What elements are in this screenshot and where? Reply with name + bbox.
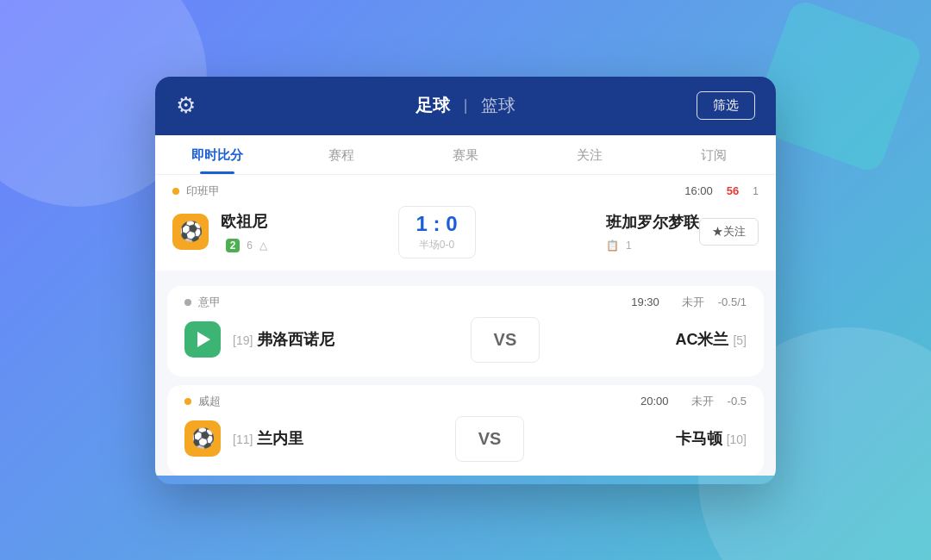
live-league-row: 印班甲 16:00 56 1 bbox=[172, 184, 759, 199]
match2-home-rank: [19] bbox=[233, 333, 253, 347]
match-teams: 欧祖尼 2 6 △ 1 : 0 半场0-0 班加罗尔梦联 bbox=[221, 206, 699, 258]
match2-teams: [19] 弗洛西诺尼 VS AC米兰 [5] bbox=[233, 317, 747, 363]
match2-status: 未开 bbox=[682, 295, 704, 310]
away-stats-row: 📋 1 bbox=[606, 240, 632, 252]
upcoming-match-card-2: 威超 20:00 未开 -0.5 ⚽ [11] 兰内里 bbox=[167, 385, 764, 476]
match3-away-name: 卡马顿 [10] bbox=[676, 428, 747, 449]
home-team-name: 欧祖尼 bbox=[221, 211, 267, 232]
match2-away-info: AC米兰 [5] bbox=[675, 329, 747, 350]
tab-subscribe[interactable]: 订阅 bbox=[652, 135, 776, 174]
match3-team-icon: ⚽ bbox=[184, 420, 221, 457]
match2-home-team-text: 弗洛西诺尼 bbox=[257, 331, 334, 348]
match3-vs-text: VS bbox=[478, 429, 502, 449]
match3-home-team-text: 兰内里 bbox=[257, 430, 303, 447]
follow-button[interactable]: ★关注 bbox=[699, 218, 759, 246]
match2-league-name: 意甲 bbox=[198, 295, 624, 310]
match3-away-info: 卡马顿 [10] bbox=[676, 428, 747, 449]
match2-away-team-text: AC米兰 bbox=[675, 331, 728, 348]
match2-away-name: AC米兰 [5] bbox=[675, 329, 747, 350]
match3-handicap: -0.5 bbox=[728, 395, 747, 408]
home-stats-row: 2 6 △ bbox=[226, 239, 267, 252]
app-container: ⚙ 足球 | 篮球 筛选 即时比分 赛程 赛果 关注 订阅 印班甲 16:00 … bbox=[155, 77, 776, 484]
content-area: 印班甲 16:00 56 1 ⚽ 欧祖尼 2 6 △ bbox=[155, 175, 776, 476]
tab-schedule[interactable]: 赛程 bbox=[279, 135, 403, 174]
tab-follow[interactable]: 关注 bbox=[528, 135, 652, 174]
header-title: 足球 | 篮球 bbox=[416, 94, 516, 117]
match3-home-info: [11] 兰内里 bbox=[233, 428, 303, 449]
upcoming-cards-wrapper: 意甲 19:30 未开 -0.5/1 [19] 弗洛西诺尼 bbox=[155, 277, 776, 476]
match3-home-name: [11] 兰内里 bbox=[233, 428, 303, 449]
play-triangle-icon bbox=[197, 332, 210, 347]
away-stat: 1 bbox=[626, 240, 632, 252]
match2-home-name: [19] 弗洛西诺尼 bbox=[233, 329, 334, 350]
upcoming-match-card-1: 意甲 19:30 未开 -0.5/1 [19] 弗洛西诺尼 bbox=[167, 286, 764, 376]
home-team-info: 欧祖尼 2 6 △ bbox=[221, 211, 267, 252]
live-dot bbox=[172, 188, 179, 195]
match3-away-rank: [10] bbox=[727, 432, 747, 446]
match3-league-row: 威超 20:00 未开 -0.5 bbox=[184, 394, 747, 409]
match2-league-row: 意甲 19:30 未开 -0.5/1 bbox=[184, 295, 747, 310]
match3-vs-box: VS bbox=[455, 416, 524, 462]
live-match-actions: ★关注 bbox=[699, 218, 759, 246]
header-left: ⚙ bbox=[176, 92, 196, 119]
live-score: 1 : 0 bbox=[416, 212, 457, 236]
tabs-bar: 即时比分 赛程 赛果 关注 订阅 bbox=[155, 135, 776, 175]
home-team-icon: ⚽ bbox=[172, 214, 209, 250]
live-minute: 56 bbox=[727, 184, 739, 197]
away-team-name: 班加罗尔梦联 bbox=[606, 212, 699, 233]
match2-vs-text: VS bbox=[494, 330, 517, 350]
live-period: 1 bbox=[753, 185, 759, 197]
filter-button[interactable]: 筛选 bbox=[697, 91, 755, 120]
home-corner-icon: △ bbox=[259, 240, 267, 252]
match2-vs-box: VS bbox=[471, 317, 540, 363]
match3-away-team-text: 卡马顿 bbox=[676, 430, 722, 447]
tab-result[interactable]: 赛果 bbox=[403, 135, 528, 174]
match2-home-info: [19] 弗洛西诺尼 bbox=[233, 329, 334, 350]
live-match-row: ⚽ 欧祖尼 2 6 △ 1 : 0 半场0-0 bbox=[172, 206, 759, 258]
match2-match-row: [19] 弗洛西诺尼 VS AC米兰 [5] bbox=[184, 317, 747, 363]
match3-dot bbox=[184, 398, 191, 405]
match2-handicap: -0.5/1 bbox=[718, 296, 747, 308]
away-team-info: 班加罗尔梦联 📋 1 bbox=[606, 212, 699, 252]
live-score-box: 1 : 0 半场0-0 bbox=[398, 206, 476, 258]
match3-status: 未开 bbox=[691, 394, 714, 409]
match2-dot bbox=[184, 299, 191, 306]
live-league-name: 印班甲 bbox=[186, 184, 678, 199]
match3-soccer-ball: ⚽ bbox=[191, 427, 215, 450]
live-match-card: 印班甲 16:00 56 1 ⚽ 欧祖尼 2 6 △ bbox=[155, 175, 776, 271]
match3-home-rank: [11] bbox=[233, 432, 253, 446]
home-rank-badge: 2 bbox=[226, 239, 241, 252]
basketball-tab-title[interactable]: 篮球 bbox=[481, 94, 515, 117]
match2-time: 19:30 bbox=[631, 296, 659, 308]
title-divider: | bbox=[464, 96, 468, 115]
match3-time: 20:00 bbox=[640, 395, 669, 408]
header: ⚙ 足球 | 篮球 筛选 bbox=[155, 77, 776, 135]
home-soccer-ball: ⚽ bbox=[179, 221, 203, 243]
live-match-time: 16:00 bbox=[684, 184, 713, 197]
home-stat1: 6 bbox=[247, 240, 253, 252]
match3-match-row: ⚽ [11] 兰内里 VS bbox=[184, 416, 747, 462]
tab-live[interactable]: 即时比分 bbox=[155, 135, 279, 174]
away-corner-icon: 📋 bbox=[606, 240, 619, 252]
match2-live-icon bbox=[184, 321, 221, 358]
match3-league-name: 威超 bbox=[198, 394, 634, 409]
settings-icon[interactable]: ⚙ bbox=[176, 92, 196, 119]
live-score-sub: 半场0-0 bbox=[419, 238, 454, 252]
match2-away-rank: [5] bbox=[733, 333, 747, 347]
football-tab-title[interactable]: 足球 bbox=[416, 94, 450, 117]
match3-teams: [11] 兰内里 VS 卡马顿 [10] bbox=[233, 416, 747, 462]
